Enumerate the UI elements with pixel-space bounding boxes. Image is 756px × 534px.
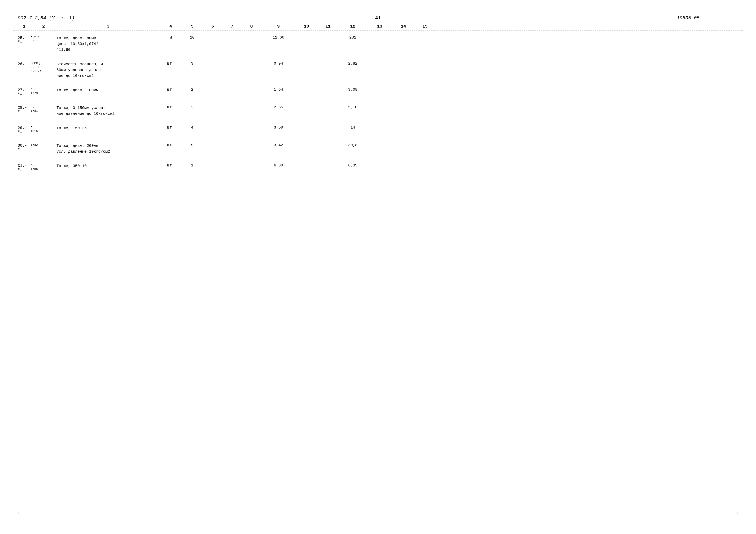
row-30-unit: шт. bbox=[160, 143, 181, 147]
row-30-qty: 9 bbox=[181, 143, 203, 147]
row-25-qty: 20 bbox=[181, 35, 203, 39]
row-28-qty: 2 bbox=[181, 105, 203, 109]
row-31-desc: То же, 350-10 bbox=[56, 163, 160, 169]
row-31-num: 31.-"– bbox=[18, 163, 31, 172]
row-26-qty: 3 bbox=[181, 62, 203, 66]
row-28-total: 5,10 bbox=[339, 105, 367, 109]
row-26-num: 26. bbox=[18, 62, 31, 66]
row-30-price: 3,42 bbox=[261, 143, 296, 147]
row-25-num: 25.-"– bbox=[18, 35, 31, 44]
row-27-unit: шт. bbox=[160, 88, 181, 92]
row-28-desc: То же, Ø 150мм услов- ное давление до 10… bbox=[56, 105, 160, 117]
col-header-1: 1 bbox=[18, 24, 31, 29]
col-header-13: 13 bbox=[367, 24, 393, 29]
col-header-10: 10 bbox=[296, 24, 317, 29]
row-31-unit: шт. bbox=[160, 163, 181, 167]
row-25-desc: То же, диам. 80мм Цена: 10,80х1,074° °11… bbox=[56, 35, 160, 53]
row-30-num: 30.-"– bbox=[18, 143, 31, 152]
row-26-total: 2,82 bbox=[339, 62, 367, 66]
row-31-ref: п. 1785 bbox=[31, 163, 56, 171]
col-header-8: 8 bbox=[242, 24, 261, 29]
row-28-unit: шт. bbox=[160, 105, 181, 109]
row-30-total: 30,8 bbox=[339, 143, 367, 147]
row-29-unit: шт. bbox=[160, 125, 181, 130]
col-header-6: 6 bbox=[203, 24, 222, 29]
table-row: 29.-"– п. 1815 То же, 150-25 шт. 4 3,59 … bbox=[18, 125, 738, 134]
table-row: 26. ССРСЦ ч.III п.1776 Стоимость фланцев… bbox=[18, 62, 738, 79]
page-number: 41 bbox=[375, 15, 381, 21]
row-30-ref: 1782 bbox=[31, 143, 56, 147]
corner-bottom-right-mark: ┘ bbox=[736, 512, 738, 516]
row-29-desc: То же, 150-25 bbox=[56, 125, 160, 131]
table-row: 31.-"– п. 1785 То же, 350-10 шт. 1 6,39 … bbox=[18, 163, 738, 172]
row-25-total: 232 bbox=[339, 35, 367, 39]
row-29-total: 14 bbox=[339, 125, 367, 130]
row-26-price: 0,94 bbox=[261, 62, 296, 66]
row-27-num: 27.-"– bbox=[18, 88, 31, 96]
row-28-ref: п. 1781 bbox=[31, 105, 56, 113]
table-row: 28.-"– п. 1781 То же, Ø 150мм услов- ное… bbox=[18, 105, 738, 117]
row-27-desc: То же, диам. 100мм bbox=[56, 88, 160, 93]
row-29-price: 3,59 bbox=[261, 125, 296, 130]
col-header-4: 4 bbox=[160, 24, 181, 29]
bottom-corners: └ ┘ bbox=[14, 503, 742, 521]
row-27-total: 3,08 bbox=[339, 88, 367, 92]
col-header-14: 14 bbox=[393, 24, 414, 29]
table-row: 27.-"– п. 1779 То же, диам. 100мм шт. 2 … bbox=[18, 88, 738, 96]
table-row: 25.-"– п.2-136 –"– То же, диам. 80мм Цен… bbox=[18, 35, 738, 53]
row-31-price: 6,39 bbox=[261, 163, 296, 167]
row-29-ref: п. 1815 bbox=[31, 125, 56, 133]
doc-code: 19505-05 bbox=[677, 15, 700, 21]
row-28-price: 2,55 bbox=[261, 105, 296, 109]
col-header-11: 11 bbox=[317, 24, 339, 29]
col-header-9: 9 bbox=[261, 24, 296, 29]
row-25-price: 11,60 bbox=[261, 35, 296, 39]
table-body: 25.-"– п.2-136 –"– То же, диам. 80мм Цен… bbox=[14, 31, 742, 172]
col-header-15: 15 bbox=[414, 24, 436, 29]
col-header-3: 3 bbox=[56, 24, 160, 29]
page-container: 902-7-2,84 (У. к. 1) 41 19505-05 1 2 3 4… bbox=[13, 13, 743, 521]
row-31-total: 6,39 bbox=[339, 163, 367, 167]
row-26-desc: Стоимость фланцев, Ø 50мм условное давле… bbox=[56, 62, 160, 79]
corner-bottom-left-mark: └ bbox=[18, 512, 20, 516]
row-28-num: 28.-"– bbox=[18, 105, 31, 114]
row-27-ref: п. 1779 bbox=[31, 88, 56, 95]
row-26-unit: шт. bbox=[160, 62, 181, 66]
row-27-qty: 2 bbox=[181, 88, 203, 92]
row-27-price: 1,54 bbox=[261, 88, 296, 92]
row-30-desc: То же, диам. 200мм усл. давление 10кгс/с… bbox=[56, 143, 160, 155]
row-25-unit: м bbox=[160, 35, 181, 39]
header-row: 902-7-2,84 (У. к. 1) 41 19505-05 bbox=[14, 13, 742, 22]
table-row: 30.-"– 1782 То же, диам. 200мм усл. давл… bbox=[18, 143, 738, 155]
column-headers: 1 2 3 4 5 6 7 8 9 10 11 12 13 14 15 bbox=[14, 22, 742, 31]
doc-number: 902-7-2,84 (У. к. 1) bbox=[18, 15, 74, 21]
col-header-12: 12 bbox=[339, 24, 367, 29]
col-header-2: 2 bbox=[31, 24, 56, 29]
row-29-qty: 4 bbox=[181, 125, 203, 130]
row-31-qty: 1 bbox=[181, 163, 203, 167]
row-29-num: 29.-"– bbox=[18, 125, 31, 134]
row-26-ref: ССРСЦ ч.III п.1776 bbox=[31, 62, 56, 73]
col-header-5: 5 bbox=[181, 24, 203, 29]
col-header-7: 7 bbox=[222, 24, 242, 29]
row-25-ref: п.2-136 –"– bbox=[31, 35, 56, 43]
